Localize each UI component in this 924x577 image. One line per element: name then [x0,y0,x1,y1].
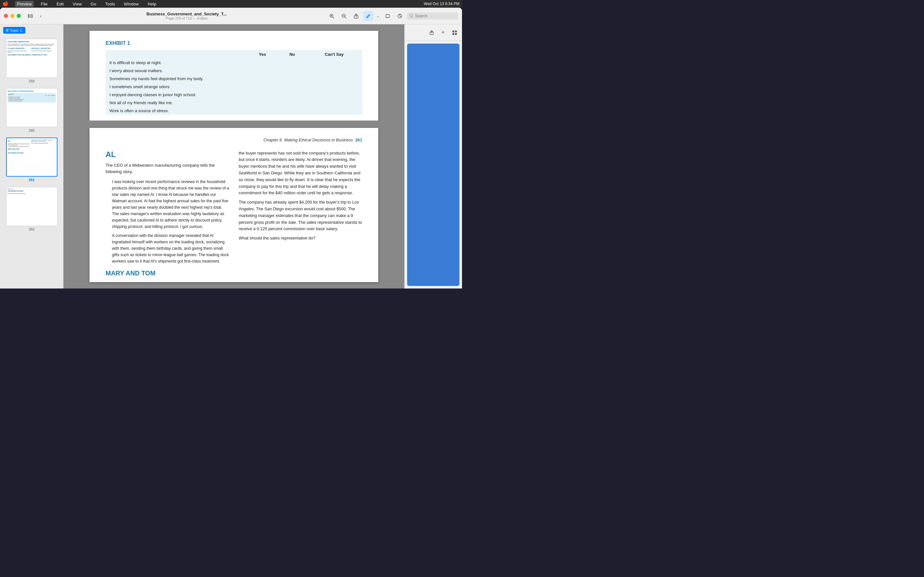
thumb-content-259: CONCLUDING OBSERVATIONS This is a long p… [6,39,57,77]
right-panel: + [404,24,462,288]
svg-rect-15 [452,31,454,32]
table-cell-cant2 [306,75,362,83]
svg-rect-17 [452,33,454,35]
add-button[interactable]: + [438,28,448,37]
table-cell-row5: Not all of my friends really like me. [105,99,247,107]
menubar-window[interactable]: Window [122,1,141,7]
svg-line-7 [345,17,346,18]
share-right-button[interactable] [427,28,436,37]
close-button[interactable] [4,14,8,18]
page-260-bottom: EXHIBIT 1 Yes No Can't Say It is difficu… [89,31,378,121]
adjust-button[interactable] [395,11,405,21]
svg-rect-16 [455,31,457,32]
crop-button[interactable] [383,11,393,21]
search-bar[interactable] [407,13,458,19]
nav-buttons: ‹ [26,11,45,21]
thumb-num-260: 260 [29,129,34,132]
table-cell-yes5 [247,99,278,107]
menubar-tools[interactable]: Tools [103,1,117,7]
topic-label: Topic: C [10,29,23,32]
back-button[interactable]: ‹ [36,11,45,21]
title-section: Business_Government_and_Society_T... Pag… [49,11,324,20]
menubar-preview[interactable]: Preview [15,1,34,7]
table-cell-no6 [278,107,306,115]
right-col-para1: the buyer represents has not sold the co… [239,150,362,197]
table-cell-no1 [278,67,306,75]
menubar-go[interactable]: Go [89,1,98,7]
share-button[interactable] [351,11,361,21]
page-thumbnail-262[interactable]: Page content... THE HONDA AUCTION Text a… [0,184,63,234]
markup-button[interactable] [363,11,373,21]
document-area[interactable]: EXHIBIT 1 Yes No Can't Say It is difficu… [63,24,404,288]
table-row: Sometimes my hands feel disjointed from … [105,75,362,83]
table-row: I worry about sexual matters. [105,67,362,75]
table-row: Not all of my friends really like me. [105,99,362,107]
blockquote-para2: A conversation with the division manager… [112,232,229,264]
table-cell-row1: I worry about sexual matters. [105,67,247,75]
intro-paragraph: The CEO of a Midwestern manufacturing co… [105,162,229,176]
topic-button[interactable]: ⊞ Topic: C [3,27,25,34]
table-cell-row2: Sometimes my hands feel disjointed from … [105,75,247,83]
page-thumbnail-259[interactable]: CONCLUDING OBSERVATIONS This is a long p… [0,36,63,85]
maximize-button[interactable] [17,14,21,18]
menubar-edit[interactable]: Edit [55,1,65,7]
apple-menu[interactable]: 🍎 [3,1,9,7]
titlebar: ‹ Business_Government_and_Society_T... P… [0,8,462,24]
thumb-content-261: AL The CEO of a Midwestern manufacturing… [7,138,57,176]
thumb-num-261: 261 [29,178,34,182]
page-thumbnail-260[interactable]: Short Incidents for Ethical Reasoning EX… [0,85,63,135]
table-cell-no3 [278,83,306,91]
right-col-para2: The company has already spent $4,200 for… [239,199,362,232]
table-cell-cant6 [306,107,362,115]
search-input[interactable] [415,14,454,18]
svg-line-13 [412,17,413,18]
table-cell-yes2 [247,75,278,83]
page-thumbnail-261[interactable]: AL The CEO of a Midwestern manufacturing… [0,135,63,184]
table-cell-no0 [278,59,306,67]
table-row: It is difficult to sleep at night. [105,59,362,67]
svg-rect-0 [28,14,29,18]
section-al-title: AL [105,150,229,159]
table-cell-no4 [278,91,306,99]
table-header-cant-say: Can't Say [306,50,362,59]
chapter-header: Chapter 8 Making Ethical Decisions in Bu… [105,137,362,142]
table-cell-no5 [278,99,306,107]
svg-rect-1 [30,14,33,18]
thumb-img-260: Short Incidents for Ethical Reasoning EX… [6,88,57,127]
sidebar-header: ⊞ Topic: C [0,24,63,36]
chapter-num: 261 [355,137,362,142]
traffic-lights [4,14,21,18]
table-row: I enjoyed dancing classes in junior high… [105,91,362,99]
sidebar: ⊞ Topic: C CONCLUDING OBSERVATIONS This … [0,24,63,288]
chapter-title: Making Ethical Decisions in Business [284,137,353,142]
thumb-content-262: Page content... THE HONDA AUCTION Text a… [6,187,57,226]
menubar-view[interactable]: View [71,1,84,7]
thumb-img-261: AL The CEO of a Midwestern manufacturing… [6,137,57,177]
minimize-button[interactable] [10,14,15,18]
table-cell-yes1 [247,67,278,75]
markup-chevron-button[interactable]: ⌄ [375,11,381,21]
sidebar-toggle-button[interactable] [26,11,35,21]
table-row: Work is often a source of stress. [105,107,362,115]
zoom-out-button[interactable] [339,11,349,21]
zoom-in-button[interactable] [326,11,337,21]
toolbar-icons: ⌄ [326,11,458,21]
table-row: I sometimes smell strange odors. [105,83,362,91]
table-cell-cant0 [306,59,362,67]
menubar-help[interactable]: Help [146,1,158,7]
page-separator [70,121,398,128]
svg-line-3 [333,17,334,18]
exhibit-title: EXHIBIT 1 [105,40,362,46]
grid-button[interactable] [450,28,459,37]
table-cell-yes0 [247,59,278,67]
menubar: 🍎 Preview File Edit View Go Tools Window… [0,0,462,8]
table-header-yes: Yes [247,50,278,59]
col-left: AL The CEO of a Midwestern manufacturing… [105,150,229,277]
right-panel-toolbar: + [405,24,462,41]
table-cell-no2 [278,75,306,83]
thumb-num-259: 259 [29,79,34,83]
exhibit-table: Yes No Can't Say It is difficult to slee… [105,50,362,115]
menubar-file[interactable]: File [39,1,49,7]
two-col-layout: AL The CEO of a Midwestern manufacturing… [105,150,362,277]
table-cell-cant1 [306,67,362,75]
